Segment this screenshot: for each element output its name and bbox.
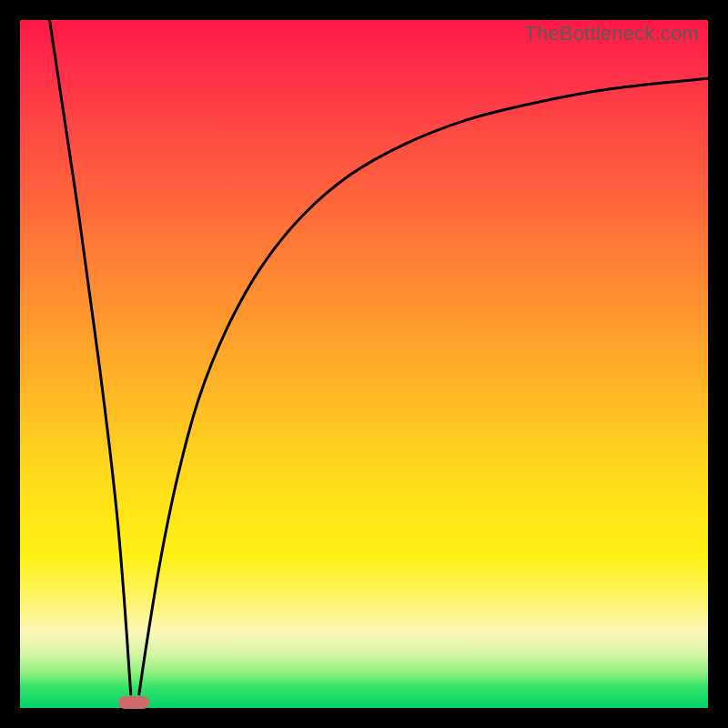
plot-area: TheBottleneck.com: [20, 20, 708, 708]
bottleneck-curve: [20, 20, 708, 708]
chart-frame: TheBottleneck.com: [0, 0, 728, 728]
curve-left-branch: [50, 20, 131, 694]
optimal-marker: [118, 696, 149, 709]
curve-right-branch: [139, 78, 708, 694]
